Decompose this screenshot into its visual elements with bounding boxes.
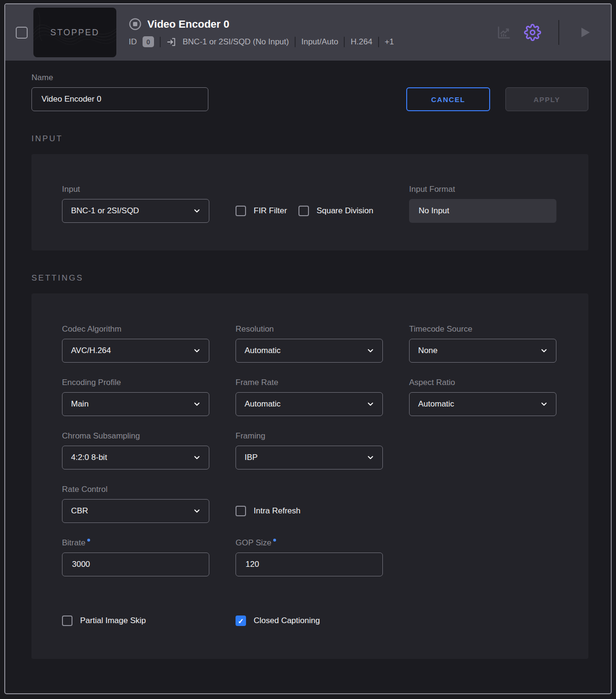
- intra-refresh-label: Intra Refresh: [254, 506, 300, 516]
- checkbox-box: ✓: [236, 206, 246, 216]
- input-section-heading: INPUT: [31, 134, 588, 144]
- divider: [558, 20, 559, 45]
- id-label: ID: [129, 37, 137, 47]
- bitrate-label: Bitrate: [62, 538, 209, 548]
- row-select-checkbox[interactable]: [16, 27, 28, 39]
- chevron-down-icon: [193, 207, 201, 215]
- chevron-down-icon: [193, 507, 201, 515]
- divider: [344, 37, 345, 47]
- chevron-down-icon: [366, 453, 375, 462]
- input-source-icon: [166, 37, 177, 47]
- codec-algorithm-select[interactable]: AVC/H.264: [62, 339, 209, 363]
- frame-rate-select[interactable]: Automatic: [236, 392, 383, 416]
- resolution-label: Resolution: [236, 324, 383, 334]
- required-dot: [273, 539, 276, 542]
- play-icon[interactable]: [576, 24, 594, 41]
- encoding-profile-label: Encoding Profile: [62, 378, 209, 387]
- breadcrumb-mode: Input/Auto: [301, 37, 339, 47]
- chevron-down-icon: [366, 400, 375, 408]
- required-dot: [87, 539, 90, 542]
- intra-refresh-checkbox[interactable]: ✓ Intra Refresh: [236, 506, 300, 516]
- framing-select[interactable]: IBP: [236, 446, 383, 469]
- divider: [295, 37, 296, 47]
- divider: [160, 37, 161, 47]
- chevron-down-icon: [540, 346, 548, 355]
- fir-filter-label: FIR Filter: [254, 206, 287, 216]
- breadcrumb-more[interactable]: +1: [385, 37, 394, 47]
- rate-control-label: Rate Control: [62, 485, 209, 494]
- input-select[interactable]: BNC-1 or 2SI/SQD: [62, 199, 209, 223]
- checkbox-box: ✓: [236, 506, 246, 516]
- frame-rate-label: Frame Rate: [236, 378, 383, 387]
- checkbox-box: ✓: [298, 206, 309, 216]
- encoder-header: STOPPED Video Encoder 0 ID 0 BNC-1 or 2S…: [5, 4, 611, 61]
- chroma-subsampling-select[interactable]: 4:2:0 8-bit: [62, 446, 209, 469]
- chroma-subsampling-label: Chroma Subsampling: [62, 431, 209, 441]
- timecode-source-select[interactable]: None: [409, 339, 556, 363]
- chevron-down-icon: [540, 400, 548, 408]
- name-label: Name: [31, 73, 208, 83]
- codec-algorithm-label: Codec Algorithm: [62, 324, 209, 334]
- checkbox-box: ✓: [236, 616, 246, 626]
- input-panel: Input BNC-1 or 2SI/SQD ✓ FIR Filter ✓ Sq…: [31, 154, 588, 250]
- gop-size-input[interactable]: [236, 553, 383, 576]
- bitrate-input[interactable]: [62, 553, 209, 576]
- input-label: Input: [62, 185, 209, 194]
- apply-button[interactable]: APPLY: [505, 87, 588, 111]
- gear-icon[interactable]: [524, 24, 541, 41]
- breadcrumb-input: BNC-1 or 2SI/SQD (No Input): [183, 37, 289, 47]
- name-input[interactable]: [31, 87, 208, 111]
- status-badge: STOPPED: [50, 28, 99, 38]
- chevron-down-icon: [193, 453, 201, 462]
- partial-image-skip-checkbox[interactable]: ✓ Partial Image Skip: [62, 616, 146, 626]
- gop-size-label: GOP Size: [236, 538, 383, 548]
- closed-captioning-checkbox[interactable]: ✓ Closed Captioning: [236, 616, 320, 626]
- square-division-label: Square Division: [317, 206, 373, 216]
- stats-chart-icon[interactable]: [495, 24, 513, 41]
- header-actions: [495, 20, 594, 45]
- chevron-down-icon: [193, 346, 201, 355]
- partial-image-skip-label: Partial Image Skip: [80, 616, 146, 626]
- resolution-select[interactable]: Automatic: [236, 339, 383, 363]
- preview-thumbnail: STOPPED: [33, 8, 116, 57]
- checkbox-box: ✓: [62, 616, 72, 626]
- encoding-profile-select[interactable]: Main: [62, 392, 209, 416]
- chevron-down-icon: [193, 400, 201, 408]
- input-format-value: No Input: [409, 199, 556, 223]
- cancel-button[interactable]: CANCEL: [406, 87, 490, 111]
- id-badge: 0: [143, 36, 154, 47]
- settings-panel: Codec Algorithm AVC/H.264 Resolution Aut…: [31, 293, 588, 659]
- divider: [378, 37, 379, 47]
- square-division-checkbox[interactable]: ✓ Square Division: [298, 206, 373, 216]
- rate-control-select[interactable]: CBR: [62, 499, 209, 523]
- stop-status-icon: [129, 18, 142, 31]
- aspect-ratio-label: Aspect Ratio: [409, 378, 556, 387]
- framing-label: Framing: [236, 431, 383, 441]
- timecode-source-label: Timecode Source: [409, 324, 556, 334]
- breadcrumb-codec: H.264: [350, 37, 372, 47]
- header-info: Video Encoder 0 ID 0 BNC-1 or 2SI/SQD (N…: [129, 18, 495, 47]
- fir-filter-checkbox[interactable]: ✓ FIR Filter: [236, 206, 287, 216]
- aspect-ratio-select[interactable]: Automatic: [409, 392, 556, 416]
- input-format-label: Input Format: [409, 185, 556, 194]
- encoder-detail-card: STOPPED Video Encoder 0 ID 0 BNC-1 or 2S…: [4, 3, 612, 694]
- page-title: Video Encoder 0: [147, 18, 229, 31]
- closed-captioning-label: Closed Captioning: [254, 616, 320, 626]
- chevron-down-icon: [366, 346, 375, 355]
- settings-section-heading: SETTINGS: [31, 273, 588, 283]
